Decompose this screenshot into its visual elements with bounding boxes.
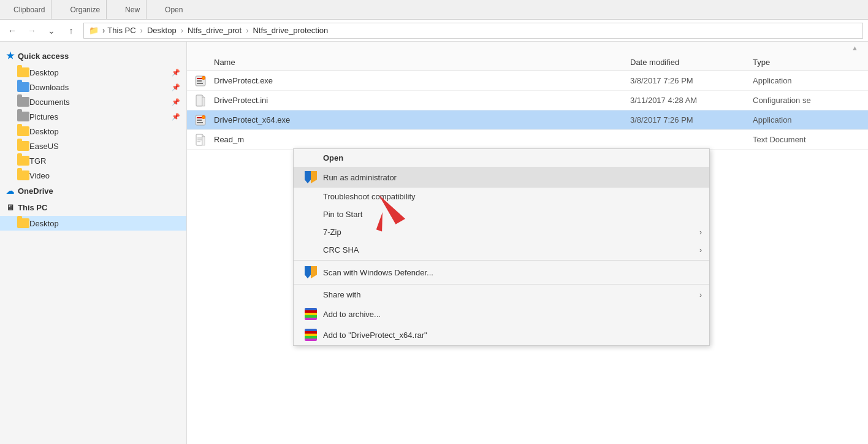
folder-icon (17, 67, 29, 77)
svg-marker-16 (202, 134, 205, 137)
sidebar-item-tgr[interactable]: TGR (0, 153, 186, 168)
file-icon-ini (192, 94, 209, 107)
col-name-header[interactable]: Name (209, 58, 630, 67)
col-date-header[interactable]: Date modified (630, 58, 753, 67)
svg-rect-6 (196, 95, 202, 106)
svg-rect-8 (202, 98, 205, 106)
file-type-readm: Text Document (753, 135, 863, 144)
sidebar: ★ Quick access Desktop 📌 Downloads 📌 Doc… (0, 42, 187, 444)
folder-icon3 (17, 141, 29, 151)
ctx-add-archive[interactable]: Add to archive... (294, 304, 709, 324)
sidebar-item-pictures[interactable]: Pictures 📌 (0, 109, 186, 124)
sidebar-item-desktop-active[interactable]: Desktop (0, 216, 186, 231)
file-name-exe1: DriveProtect.exe (209, 76, 630, 85)
pin-icon-docs: 📌 (172, 98, 180, 106)
sidebar-item-easeus[interactable]: EaseUS (0, 139, 186, 153)
column-headers: Name Date modified Type (187, 54, 868, 71)
file-date-ini: 3/11/2017 4:28 AM (630, 96, 753, 105)
address-bar: ← → ⌄ ↑ 📁 › This PC › Desktop › Ntfs_dri… (0, 20, 868, 42)
svg-rect-11 (197, 120, 202, 121)
file-row-driveprotect-ini[interactable]: DriveProtect.ini 3/11/2017 4:28 AM Confi… (187, 91, 868, 110)
winrar-icon1 (303, 308, 318, 320)
svg-point-14 (202, 116, 205, 118)
toolbar: Clipboard Organize New Open (0, 0, 868, 20)
context-menu: Open Run as administrator Troubleshoot c… (293, 148, 710, 346)
file-date-exe1: 3/8/2017 7:26 PM (630, 76, 753, 85)
file-icon-exe1 (192, 75, 209, 87)
ctx-run-admin[interactable]: Run as administrator (294, 167, 709, 188)
folder-icon4 (17, 156, 29, 166)
toolbar-open: Open (159, 0, 189, 19)
recent-button[interactable]: ⌄ (44, 23, 59, 38)
svg-rect-2 (197, 80, 202, 82)
col-type-header[interactable]: Type (753, 58, 863, 67)
sidebar-item-desktop[interactable]: Desktop 📌 (0, 65, 186, 80)
svg-rect-17 (202, 137, 205, 145)
shield-admin-icon (303, 171, 318, 183)
file-date-x64: 3/8/2017 7:26 PM (630, 115, 753, 124)
file-type-ini: Configuration se (753, 96, 863, 105)
sidebar-item-desktop2[interactable]: Desktop (0, 124, 186, 139)
submenu-arrow-share: › (699, 291, 702, 299)
cloud-icon: ☁ (6, 186, 14, 196)
ctx-add-rar[interactable]: Add to "DriveProtect_x64.rar" (294, 324, 709, 345)
folder-download-icon (17, 82, 29, 92)
file-row-driveprotect-exe[interactable]: DriveProtect.exe 3/8/2017 7:26 PM Applic… (187, 71, 868, 91)
file-name-ini: DriveProtect.ini (209, 96, 630, 105)
toolbar-clipboard: Clipboard (7, 0, 51, 19)
pin-icon: 📌 (172, 69, 180, 77)
ctx-crc-sha[interactable]: CRC SHA › (294, 241, 709, 259)
svg-rect-12 (197, 122, 203, 123)
back-button[interactable]: ← (5, 23, 20, 38)
file-row-driveprotect-x64[interactable]: DriveProtect_x64.exe 3/8/2017 7:26 PM Ap… (187, 110, 868, 130)
file-type-exe1: Application (753, 76, 863, 85)
sidebar-item-video[interactable]: Video (0, 168, 186, 183)
file-icon-exe2 (192, 114, 209, 126)
forward-button[interactable]: → (25, 23, 39, 38)
sidebar-item-documents[interactable]: Documents 📌 (0, 94, 186, 109)
ctx-troubleshoot[interactable]: Troubleshoot compatibility (294, 188, 709, 205)
star-icon: ★ (6, 50, 14, 61)
pc-icon: 🖥 (6, 203, 14, 212)
submenu-arrow-crc: › (699, 246, 702, 255)
folder-icon5 (17, 170, 29, 180)
svg-point-5 (202, 77, 205, 79)
address-path[interactable]: 📁 › This PC › Desktop › Ntfs_drive_prot … (83, 23, 863, 39)
folder-icon2 (17, 126, 29, 136)
file-row-readm[interactable]: Read_m Text Document (187, 130, 868, 150)
toolbar-organize: Organize (64, 0, 107, 19)
ctx-pin-start[interactable]: Pin to Start (294, 205, 709, 223)
up-button[interactable]: ↑ (64, 23, 78, 38)
ctx-open[interactable]: Open (294, 149, 709, 167)
file-type-x64: Application (753, 115, 863, 124)
submenu-arrow-7zip: › (699, 228, 702, 237)
ctx-share-with[interactable]: Share with › (294, 286, 709, 304)
folder-pics-icon (17, 112, 29, 121)
pin-icon-downloads: 📌 (172, 83, 180, 91)
svg-rect-3 (197, 83, 203, 84)
defender-icon (303, 266, 318, 278)
quick-access-header[interactable]: ★ Quick access (0, 47, 186, 65)
ctx-sep1 (294, 260, 709, 261)
ctx-7zip[interactable]: 7-Zip › (294, 223, 709, 241)
sidebar-item-downloads[interactable]: Downloads 📌 (0, 80, 186, 94)
file-icon-txt (192, 134, 209, 146)
svg-marker-7 (202, 95, 205, 98)
file-name-readm: Read_m (209, 135, 630, 144)
ctx-sep2 (294, 284, 709, 285)
ctx-scan-defender[interactable]: Scan with Windows Defender... (294, 262, 709, 283)
onedrive-header[interactable]: ☁ OneDrive (0, 183, 186, 199)
folder-icon-active (17, 218, 29, 228)
file-name-x64: DriveProtect_x64.exe (209, 115, 630, 124)
toolbar-new: New (119, 0, 147, 19)
folder-docs-icon (17, 97, 29, 107)
this-pc-header[interactable]: 🖥 This PC (0, 199, 186, 216)
pin-icon-pics: 📌 (172, 113, 180, 121)
winrar-icon2 (303, 329, 318, 341)
